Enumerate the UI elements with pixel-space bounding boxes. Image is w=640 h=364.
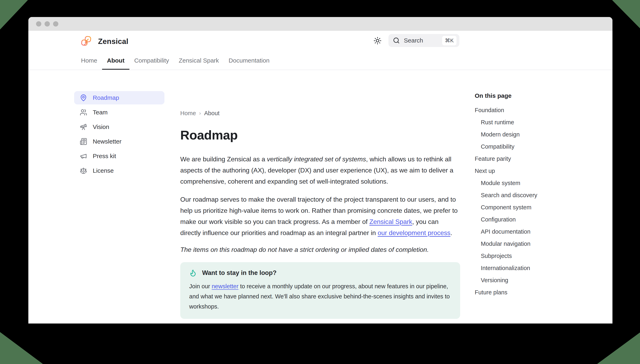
- toc-item-api-documentation[interactable]: API documentation: [475, 226, 580, 238]
- toc-item-rust-runtime[interactable]: Rust runtime: [475, 116, 580, 128]
- scale-icon: [80, 167, 87, 174]
- admonition-body: Join our newsletter to receive a monthly…: [189, 281, 451, 312]
- sidebar-nav: Roadmap Team Vision Newsletter Press kit: [74, 91, 165, 178]
- sidebar-item-label: Vision: [93, 124, 109, 130]
- toc-item-compatibility[interactable]: Compatibility: [475, 140, 580, 153]
- top-navigation: Home About Compatibility Zensical Spark …: [81, 57, 270, 70]
- map-pin-icon: [80, 94, 87, 102]
- toc-item-subprojects[interactable]: Subprojects: [475, 250, 580, 262]
- newsletter-link[interactable]: newsletter: [212, 283, 238, 290]
- toc-item-search-and-discovery[interactable]: Search and discovery: [475, 189, 580, 201]
- toc-item-internationalization[interactable]: Internationalization: [475, 262, 580, 274]
- sidebar-item-vision[interactable]: Vision: [74, 120, 165, 134]
- search-shortcut-badge: ⌘K: [442, 36, 456, 45]
- toc-item-configuration[interactable]: Configuration: [475, 214, 580, 226]
- paragraph-text: Join our: [189, 283, 212, 290]
- paragraph-roadmap: Our roadmap serves to make the overall t…: [180, 194, 460, 238]
- flame-icon: [189, 269, 197, 277]
- breadcrumb-current: About: [204, 109, 220, 117]
- paragraph-emphasis: vertically integrated set of systems: [267, 156, 366, 163]
- theme-toggle-button[interactable]: [373, 37, 382, 45]
- sidebar-item-team[interactable]: Team: [74, 106, 165, 119]
- sidebar-item-label: Newsletter: [93, 138, 122, 145]
- brand[interactable]: Zensical: [81, 35, 128, 48]
- development-process-link[interactable]: our development process: [378, 229, 450, 236]
- article: Home › About Roadmap We are building Zen…: [180, 109, 460, 324]
- toc-item-module-system[interactable]: Module system: [475, 177, 580, 189]
- telescope-icon: [80, 123, 87, 130]
- sidebar-item-label: Roadmap: [93, 94, 119, 101]
- users-icon: [80, 109, 87, 116]
- toc-title: On this page: [475, 92, 580, 99]
- toc-item-next-up[interactable]: Next up: [475, 165, 580, 177]
- browser-window: Zensical Search ⌘K Home About Compatibil…: [28, 17, 612, 324]
- search-input[interactable]: Search ⌘K: [388, 34, 459, 47]
- tab-home[interactable]: Home: [81, 57, 97, 70]
- toc-list: Foundation Rust runtime Modern design Co…: [475, 104, 580, 298]
- admonition-title: Want to stay in the loop?: [202, 269, 276, 276]
- sun-icon: [373, 37, 382, 45]
- table-of-contents: On this page Foundation Rust runtime Mod…: [475, 92, 580, 298]
- paragraph-text: .: [450, 229, 452, 236]
- zensical-logo-icon: [81, 35, 92, 48]
- tab-documentation[interactable]: Documentation: [229, 57, 270, 70]
- page-title: Roadmap: [180, 128, 460, 142]
- sidebar-item-newsletter[interactable]: Newsletter: [74, 135, 165, 148]
- tab-about[interactable]: About: [102, 57, 129, 70]
- tab-zensical-spark[interactable]: Zensical Spark: [179, 57, 219, 70]
- sidebar-item-roadmap[interactable]: Roadmap: [74, 91, 165, 104]
- sidebar-item-label: License: [93, 167, 114, 174]
- newspaper-icon: [80, 138, 87, 145]
- breadcrumb: Home › About: [180, 109, 460, 117]
- zensical-spark-link[interactable]: Zensical Spark: [369, 218, 412, 225]
- header-divider: [28, 70, 612, 70]
- toc-item-component-system[interactable]: Component system: [475, 201, 580, 214]
- toc-item-modular-navigation[interactable]: Modular navigation: [475, 238, 580, 250]
- brand-title: Zensical: [98, 37, 128, 46]
- search-icon: [393, 37, 400, 44]
- toc-item-future-plans[interactable]: Future plans: [475, 286, 580, 298]
- paragraph-text: We are building Zensical as a: [180, 156, 267, 163]
- toc-item-foundation[interactable]: Foundation: [475, 104, 580, 116]
- paragraph-note: The items on this roadmap do not have a …: [180, 244, 460, 255]
- tab-compatibility[interactable]: Compatibility: [134, 57, 169, 70]
- paragraph-intro: We are building Zensical as a vertically…: [180, 154, 460, 187]
- window-control-dot[interactable]: [45, 21, 50, 26]
- window-control-dot[interactable]: [53, 21, 58, 26]
- admonition-header: Want to stay in the loop?: [189, 269, 451, 277]
- newsletter-admonition: Want to stay in the loop? Join our newsl…: [180, 262, 460, 319]
- toc-item-feature-parity[interactable]: Feature parity: [475, 153, 580, 165]
- sidebar-item-label: Press kit: [93, 153, 116, 160]
- sidebar-item-press-kit[interactable]: Press kit: [74, 150, 165, 163]
- megaphone-icon: [80, 152, 87, 160]
- toc-item-versioning[interactable]: Versioning: [475, 274, 580, 286]
- breadcrumb-home-link[interactable]: Home: [180, 109, 196, 117]
- window-titlebar[interactable]: [28, 17, 612, 31]
- toc-item-modern-design[interactable]: Modern design: [475, 128, 580, 140]
- window-control-dot[interactable]: [36, 21, 41, 26]
- sidebar-item-license[interactable]: License: [74, 164, 165, 177]
- chevron-right-icon: ›: [199, 109, 201, 117]
- sidebar-item-label: Team: [93, 109, 108, 116]
- search-placeholder: Search: [404, 37, 438, 44]
